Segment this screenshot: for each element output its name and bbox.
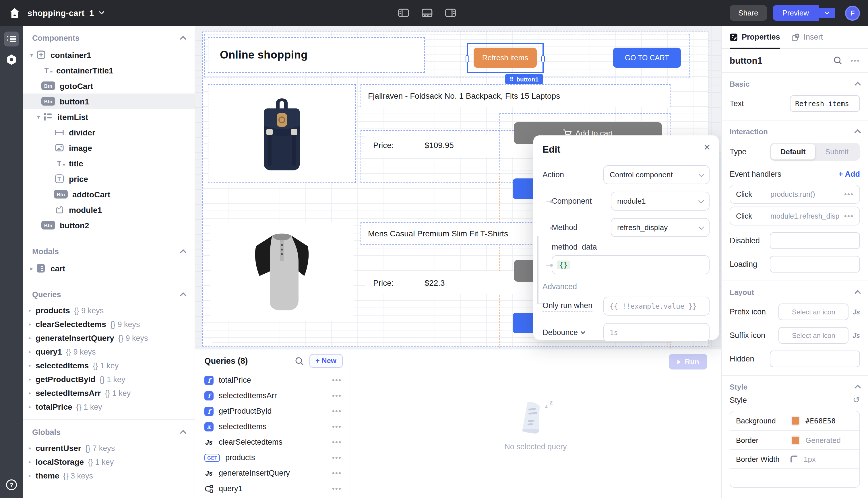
query-state-row[interactable]: ▸generateInsertQuery{} 9 keys bbox=[23, 331, 195, 345]
query-state-row[interactable]: ▸selectedItemsArr{} 1 key bbox=[23, 386, 195, 400]
query-state-row[interactable]: ▸products{} 9 keys bbox=[23, 303, 195, 317]
reset-style-icon[interactable]: ↺ bbox=[853, 395, 860, 405]
color-swatch[interactable] bbox=[790, 416, 800, 426]
sidebar-item-addtoCart[interactable]: Btn addtoCart bbox=[23, 186, 195, 202]
more-icon[interactable]: ••• bbox=[332, 376, 341, 384]
loading-input[interactable] bbox=[770, 256, 860, 273]
selected-widget-tag[interactable]: button1 bbox=[505, 74, 543, 84]
more-icon[interactable]: ••• bbox=[332, 453, 341, 462]
collapse-icon[interactable] bbox=[855, 82, 861, 88]
search-icon[interactable] bbox=[834, 56, 842, 65]
new-query-button[interactable]: + New bbox=[309, 354, 343, 368]
more-icon[interactable]: ••• bbox=[844, 190, 854, 198]
only-run-when-input[interactable]: {{ !!example.value }} bbox=[603, 297, 710, 316]
close-icon[interactable]: ✕ bbox=[703, 142, 711, 153]
go-to-cart-button[interactable]: GO TO CART bbox=[613, 48, 681, 68]
text-input[interactable]: Refresh items bbox=[790, 95, 860, 112]
selection-frame[interactable] bbox=[467, 43, 544, 73]
inspector-tree-icon[interactable] bbox=[4, 31, 19, 47]
query-list-item[interactable]: selectedItems••• bbox=[195, 419, 350, 434]
query-state-row[interactable]: ▸selectedItems{} 1 key bbox=[23, 358, 195, 372]
share-button[interactable]: Share bbox=[730, 5, 767, 21]
query-list-item[interactable]: GETproducts••• bbox=[195, 450, 350, 465]
more-icon[interactable]: ••• bbox=[851, 56, 860, 65]
query-list-item[interactable]: totalPrice••• bbox=[195, 372, 350, 388]
more-icon[interactable]: ••• bbox=[332, 469, 341, 477]
product-image-cell[interactable] bbox=[208, 84, 356, 183]
app-name-chevron-icon[interactable] bbox=[99, 11, 104, 15]
sidebar-item-button1[interactable]: Btn button1 bbox=[23, 93, 195, 109]
query-state-row[interactable]: ▸totalPrice{} 1 key bbox=[23, 400, 195, 414]
action-select[interactable]: Control component bbox=[603, 165, 710, 184]
caret-down-icon[interactable]: ▾ bbox=[36, 114, 41, 120]
query-list-item[interactable]: query1••• bbox=[195, 481, 350, 496]
more-icon[interactable]: ••• bbox=[332, 484, 341, 493]
collapse-icon[interactable] bbox=[180, 249, 186, 256]
resize-handle[interactable] bbox=[541, 55, 545, 63]
query-state-row[interactable]: ▸query1{} 9 keys bbox=[23, 345, 195, 358]
component-select[interactable]: module1 bbox=[611, 192, 710, 211]
sidebar-item-containerTitle1[interactable]: T= containerTitle1 bbox=[23, 63, 195, 78]
sidebar-item-title[interactable]: T= title bbox=[23, 156, 195, 171]
sidebar-item-divider[interactable]: divider bbox=[23, 124, 195, 140]
disabled-input[interactable] bbox=[770, 232, 860, 249]
collapse-icon[interactable] bbox=[180, 292, 186, 299]
more-icon[interactable]: ••• bbox=[844, 212, 854, 220]
collapse-icon[interactable] bbox=[180, 36, 186, 42]
sidebar-item-gotoCart[interactable]: Btn gotoCart bbox=[23, 78, 195, 93]
globals-section-header[interactable]: Globals bbox=[23, 420, 195, 441]
js-toggle[interactable]: Js bbox=[853, 309, 860, 315]
global-state-row[interactable]: ▸localStorage{} 1 key bbox=[23, 455, 195, 469]
collapse-icon[interactable] bbox=[180, 430, 186, 437]
method-select[interactable]: refresh_display bbox=[611, 218, 710, 237]
queries-section-header[interactable]: Queries bbox=[23, 282, 195, 303]
collapse-icon[interactable] bbox=[855, 129, 861, 136]
more-icon[interactable]: ••• bbox=[332, 391, 341, 400]
sidebar-item-image[interactable]: image bbox=[23, 140, 195, 156]
caret-right-icon[interactable]: ▸ bbox=[29, 265, 35, 271]
product-title-cell[interactable]: Fjallraven - Foldsack No. 1 Backpack, Fi… bbox=[361, 84, 671, 107]
modals-section-header[interactable]: Modals bbox=[23, 239, 195, 261]
preview-dropdown-icon[interactable] bbox=[819, 8, 835, 18]
sidebar-item-price[interactable]: T price bbox=[23, 171, 195, 186]
preview-button[interactable]: Preview bbox=[773, 5, 835, 21]
collapse-icon[interactable] bbox=[855, 290, 861, 297]
type-segmented-control[interactable]: Default Submit bbox=[770, 143, 860, 161]
global-state-row[interactable]: ▸theme{} 3 keys bbox=[23, 469, 195, 483]
sidebar-item-cart-modal[interactable]: ▸ cart bbox=[23, 261, 195, 276]
color-swatch[interactable] bbox=[790, 435, 800, 445]
product-image-cell[interactable] bbox=[210, 222, 354, 321]
event-handler-row[interactable]: Click module1.refresh_display() ••• bbox=[730, 207, 860, 225]
home-icon[interactable] bbox=[8, 6, 21, 19]
style-row-border[interactable]: Border Generated bbox=[730, 430, 859, 449]
query-list-item[interactable]: JsclearSelectedtems••• bbox=[195, 434, 350, 450]
query-list-item[interactable]: getProductById••• bbox=[195, 403, 350, 419]
query-state-row[interactable]: ▸getProductById{} 1 key bbox=[23, 372, 195, 386]
more-icon[interactable]: ••• bbox=[332, 422, 341, 431]
tab-insert[interactable]: Insert bbox=[792, 26, 823, 48]
sidebar-item-itemList[interactable]: ▾ itemList bbox=[23, 109, 195, 124]
help-icon[interactable]: ? bbox=[4, 477, 19, 492]
query-state-row[interactable]: ▸clearSelectedtems{} 9 keys bbox=[23, 317, 195, 331]
more-icon[interactable]: ••• bbox=[332, 407, 341, 415]
search-icon[interactable] bbox=[295, 357, 303, 365]
toggle-right-panel-icon[interactable] bbox=[445, 9, 456, 17]
sidebar-item-module1[interactable]: module1 bbox=[23, 202, 195, 218]
hidden-input[interactable] bbox=[770, 351, 860, 367]
style-row-background[interactable]: Background #E68E50 bbox=[730, 411, 859, 430]
style-section-header[interactable]: Style bbox=[722, 376, 868, 395]
avatar[interactable]: F bbox=[845, 5, 860, 21]
more-icon[interactable]: ••• bbox=[332, 438, 341, 446]
type-default-option[interactable]: Default bbox=[771, 144, 815, 159]
tab-properties[interactable]: Properties bbox=[730, 26, 780, 48]
debounce-input[interactable]: 1s bbox=[603, 323, 710, 342]
style-row-border-width[interactable]: Border Width 1px bbox=[730, 449, 859, 468]
collapse-icon[interactable] bbox=[855, 385, 861, 391]
method-data-input[interactable]: {} bbox=[552, 255, 710, 274]
js-toggle[interactable]: Js bbox=[853, 332, 860, 339]
global-state-row[interactable]: ▸currentUser{} 7 keys bbox=[23, 441, 195, 455]
settings-hex-icon[interactable] bbox=[4, 52, 19, 67]
container-title-widget[interactable]: Online shopping bbox=[208, 37, 425, 73]
resize-handle[interactable] bbox=[466, 55, 469, 63]
toggle-bottom-panel-icon[interactable] bbox=[422, 9, 432, 17]
